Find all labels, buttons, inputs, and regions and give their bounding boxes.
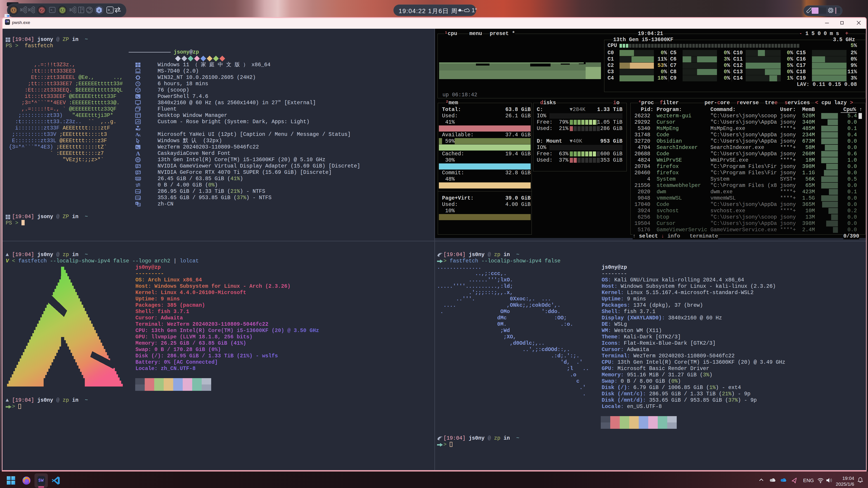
svg-text:A: A: [138, 133, 141, 137]
svg-text:文: 文: [138, 204, 141, 206]
svg-text:A: A: [136, 151, 140, 156]
svg-text:4: 4: [98, 8, 100, 12]
